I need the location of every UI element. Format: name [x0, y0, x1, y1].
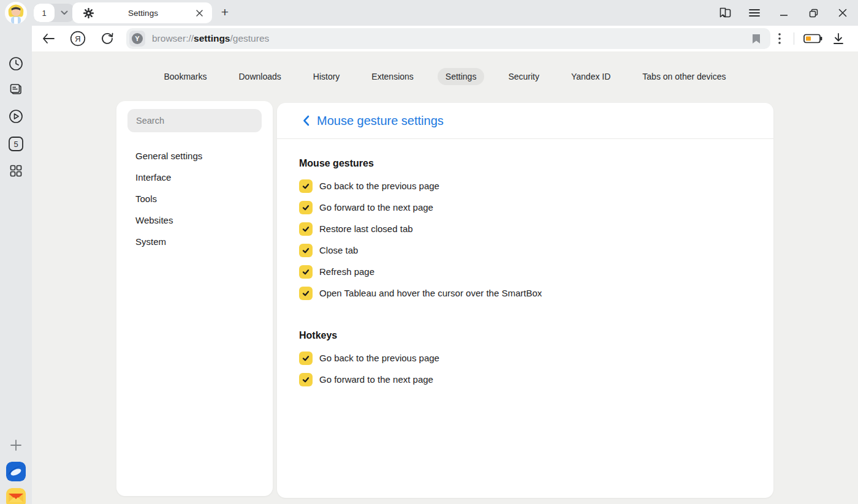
- hotkey-option-label: Go forward to the next page: [319, 374, 433, 385]
- feed-icon[interactable]: [6, 80, 26, 100]
- window-close-button[interactable]: [832, 2, 853, 23]
- sidebar-item-websites[interactable]: Websites: [116, 209, 273, 231]
- tab-count-badge[interactable]: 5: [6, 134, 26, 154]
- yandex-letter: Я: [75, 34, 80, 43]
- back-arrow-icon[interactable]: [38, 28, 59, 49]
- tab-close-icon[interactable]: [192, 6, 206, 20]
- card-header: Mouse gesture settings: [277, 103, 773, 139]
- window-restore-button[interactable]: [803, 2, 824, 23]
- tab-count-number: 5: [13, 140, 18, 149]
- gesture-option-row[interactable]: Go back to the previous page: [299, 175, 751, 197]
- refresh-icon[interactable]: [97, 28, 118, 49]
- titlebar: 1 Settings +: [0, 0, 858, 26]
- browser-tab-settings[interactable]: Settings: [72, 2, 212, 23]
- apps-grid-icon[interactable]: [6, 160, 26, 181]
- toolbar: Я Y browser://settings/gestures: [32, 26, 858, 51]
- hotkey-option-row[interactable]: Go back to the previous page: [299, 347, 751, 369]
- gesture-settings-card: Mouse gesture settings Mouse gestures Go…: [277, 103, 773, 498]
- checkbox-checked-icon[interactable]: [299, 244, 313, 257]
- toolbar-divider: [794, 32, 794, 45]
- tab-counter-badge[interactable]: 1: [34, 4, 55, 22]
- profile-avatar[interactable]: [5, 2, 27, 24]
- chevron-down-icon[interactable]: [55, 4, 74, 22]
- checkbox-checked-icon[interactable]: [299, 373, 313, 386]
- tab-downloads[interactable]: Downloads: [231, 68, 289, 85]
- gesture-option-label: Refresh page: [319, 266, 374, 277]
- gesture-option-label: Close tab: [319, 245, 358, 255]
- tab-yandex-id[interactable]: Yandex ID: [563, 68, 618, 85]
- gesture-option-label: Go forward to the next page: [319, 202, 433, 213]
- section-heading-hotkeys: Hotkeys: [299, 329, 751, 342]
- checkbox-checked-icon[interactable]: [299, 352, 313, 365]
- history-clock-icon[interactable]: [6, 53, 26, 74]
- side-panel-bookmarks-icon[interactable]: [715, 2, 735, 23]
- sidebar-item-system[interactable]: System: [116, 231, 273, 252]
- bookmark-flag-icon[interactable]: [748, 31, 764, 47]
- settings-top-nav: Bookmarks Downloads History Extensions S…: [32, 51, 858, 85]
- section-heading-mouse-gestures: Mouse gestures: [299, 157, 751, 170]
- play-icon[interactable]: [6, 106, 26, 127]
- browser-logo-icon[interactable]: [6, 462, 26, 481]
- new-tab-button[interactable]: +: [216, 3, 234, 21]
- url-scheme: browser://: [152, 33, 194, 43]
- gesture-option-row[interactable]: Refresh page: [299, 261, 751, 282]
- avatar-girl-illustration: [5, 2, 27, 24]
- url-path: /gestures: [230, 33, 270, 43]
- window-minimize-button[interactable]: [773, 2, 794, 23]
- hotkey-option-label: Go back to the previous page: [319, 353, 439, 363]
- tab-counter-group[interactable]: 1: [34, 4, 74, 22]
- tab-extensions[interactable]: Extensions: [363, 68, 421, 85]
- protect-shield-icon[interactable]: Y: [129, 31, 145, 47]
- sidebar-item-interface[interactable]: Interface: [116, 167, 273, 188]
- checkbox-checked-icon[interactable]: [299, 179, 313, 193]
- address-bar[interactable]: Y browser://settings/gestures: [126, 28, 770, 49]
- gesture-option-label: Open Tableau and hover the cursor over t…: [319, 288, 542, 298]
- url-text[interactable]: browser://settings/gestures: [152, 33, 269, 44]
- gesture-option-row[interactable]: Go forward to the next page: [299, 197, 751, 218]
- mail-icon[interactable]: [6, 488, 26, 504]
- tab-title: Settings: [94, 9, 192, 18]
- back-chevron-icon[interactable]: [299, 114, 313, 127]
- hotkey-option-row[interactable]: Go forward to the next page: [299, 369, 751, 390]
- sidebar-item-general-settings[interactable]: General settings: [116, 145, 273, 167]
- side-rail: 5: [0, 26, 32, 504]
- add-panel-icon[interactable]: [6, 435, 26, 456]
- gesture-option-row[interactable]: Close tab: [299, 239, 751, 261]
- tab-settings[interactable]: Settings: [438, 68, 485, 85]
- gesture-option-label: Go back to the previous page: [319, 181, 439, 191]
- download-icon[interactable]: [826, 28, 851, 49]
- checkbox-checked-icon[interactable]: [299, 265, 313, 279]
- settings-section-menu: General settings Interface Tools Website…: [116, 145, 273, 252]
- yandex-search-icon[interactable]: Я: [67, 28, 88, 49]
- sidebar-item-tools[interactable]: Tools: [116, 188, 273, 209]
- tab-history[interactable]: History: [305, 68, 348, 85]
- tab-security[interactable]: Security: [500, 68, 547, 85]
- gesture-option-label: Restore last closed tab: [319, 224, 413, 234]
- tab-bookmarks[interactable]: Bookmarks: [156, 68, 214, 85]
- url-host: settings: [194, 33, 230, 43]
- protect-letter: Y: [132, 33, 143, 44]
- checkbox-checked-icon[interactable]: [299, 201, 313, 214]
- search-input[interactable]: [127, 109, 262, 132]
- checkbox-checked-icon[interactable]: [299, 287, 313, 300]
- gesture-option-row[interactable]: Open Tableau and hover the cursor over t…: [299, 282, 751, 304]
- checkbox-checked-icon[interactable]: [299, 222, 313, 236]
- settings-page: Bookmarks Downloads History Extensions S…: [32, 51, 858, 504]
- menu-hamburger-icon[interactable]: [744, 2, 765, 23]
- page-title[interactable]: Mouse gesture settings: [317, 114, 444, 128]
- gesture-option-row[interactable]: Restore last closed tab: [299, 218, 751, 239]
- settings-sidebar-card: General settings Interface Tools Website…: [116, 101, 273, 496]
- tab-other-devices[interactable]: Tabs on other devices: [634, 68, 734, 85]
- gear-icon: [83, 8, 94, 18]
- more-vertical-dots-icon[interactable]: [770, 28, 789, 49]
- battery-saver-icon[interactable]: [799, 28, 826, 49]
